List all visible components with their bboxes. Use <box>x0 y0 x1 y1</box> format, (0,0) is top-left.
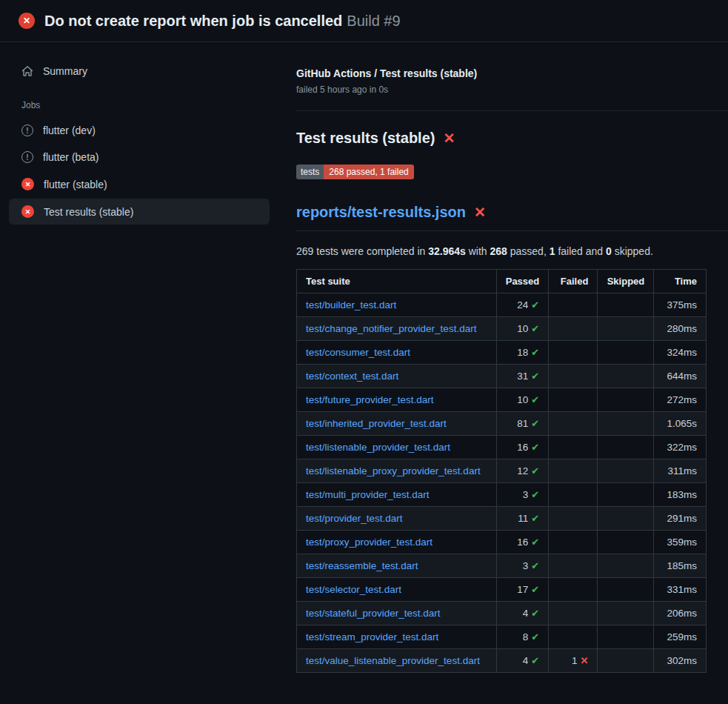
failed-x-icon: ✕ <box>474 204 486 221</box>
test-suite-link[interactable]: test/multi_provider_test.dart <box>306 489 430 500</box>
time-cell: 1.065s <box>654 412 707 436</box>
failed-x-circle-icon: ✕ <box>19 13 35 29</box>
section-heading: Test results (stable) ✕ <box>296 130 728 147</box>
tests-status-badge: tests 268 passed, 1 failed <box>296 165 414 179</box>
check-icon: ✔ <box>531 418 539 429</box>
time-cell: 375ms <box>654 293 707 317</box>
test-suite-link[interactable]: test/context_test.dart <box>306 371 398 382</box>
test-suite-link[interactable]: test/reassemble_test.dart <box>306 560 418 571</box>
test-suite-link[interactable]: test/value_listenable_provider_test.dart <box>306 655 480 666</box>
time-cell: 322ms <box>654 436 707 459</box>
report-heading: reports/test-results.json ✕ <box>296 204 728 231</box>
test-suite-link[interactable]: test/builder_test.dart <box>306 299 396 311</box>
sidebar-item-summary[interactable]: Summary <box>9 59 270 84</box>
check-icon: ✔ <box>531 560 539 571</box>
passed-cell: 4✔ <box>496 602 549 625</box>
summary-duration: 32.964s <box>428 245 466 257</box>
test-suite-link[interactable]: test/listenable_provider_test.dart <box>306 442 450 453</box>
test-suite-link[interactable]: test/stateful_provider_test.dart <box>306 608 441 619</box>
jobs-list: !flutter (dev)!flutter (beta)✕flutter (s… <box>9 118 270 225</box>
sidebar-job-item[interactable]: ✕flutter (stable) <box>9 171 270 197</box>
test-suite-cell: test/selector_test.dart <box>297 578 497 602</box>
check-icon: ✔ <box>531 608 539 619</box>
test-suite-cell: test/reassemble_test.dart <box>297 554 497 578</box>
table-row: test/listenable_proxy_provider_test.dart… <box>297 459 707 483</box>
failed-cell <box>549 459 598 483</box>
passed-count: 10 <box>517 323 528 334</box>
test-suite-link[interactable]: test/stream_provider_test.dart <box>306 631 438 642</box>
check-icon: ✔ <box>531 513 539 524</box>
main-content: GitHub Actions / Test results (stable) f… <box>278 42 728 673</box>
test-suite-link[interactable]: test/listenable_proxy_provider_test.dart <box>306 465 481 476</box>
check-icon: ✔ <box>531 299 539 311</box>
time-cell: 302ms <box>654 649 707 673</box>
test-suite-cell: test/stream_provider_test.dart <box>297 625 497 649</box>
skipped-cell <box>598 341 654 365</box>
test-suite-link[interactable]: test/future_provider_test.dart <box>306 394 434 405</box>
test-suite-cell: test/consumer_test.dart <box>297 341 497 365</box>
report-file-link[interactable]: reports/test-results.json <box>296 204 466 221</box>
check-icon: ✔ <box>531 631 539 642</box>
time-cell: 291ms <box>654 507 707 531</box>
check-icon: ✔ <box>531 584 539 595</box>
test-suite-link[interactable]: test/proxy_provider_test.dart <box>306 537 433 548</box>
test-suite-cell: test/inherited_provider_test.dart <box>297 412 497 436</box>
passed-count: 31 <box>517 371 528 382</box>
table-row: test/change_notifier_provider_test.dart1… <box>297 317 707 341</box>
time-cell: 324ms <box>654 341 707 365</box>
passed-cell: 3✔ <box>496 483 549 507</box>
sidebar-job-item[interactable]: !flutter (beta) <box>9 145 270 170</box>
sidebar-job-item[interactable]: !flutter (dev) <box>9 118 270 143</box>
skipped-cell <box>598 602 654 625</box>
sidebar: Summary Jobs !flutter (dev)!flutter (bet… <box>0 42 278 226</box>
sidebar-job-label: Test results (stable) <box>44 206 133 218</box>
test-suite-link[interactable]: test/consumer_test.dart <box>306 347 410 358</box>
passed-count: 3 <box>523 489 529 500</box>
test-suite-cell: test/future_provider_test.dart <box>297 388 497 412</box>
test-suite-link[interactable]: test/change_notifier_provider_test.dart <box>306 323 476 334</box>
passed-count: 8 <box>523 631 529 642</box>
sidebar-summary-label: Summary <box>43 65 87 77</box>
time-cell: 185ms <box>654 554 707 578</box>
time-cell: 644ms <box>654 365 707 388</box>
check-title: Do not create report when job is cancell… <box>44 13 342 29</box>
alert-circle-icon: ! <box>21 151 33 163</box>
column-header-failed: Failed <box>549 270 598 293</box>
failed-count: 1 <box>572 655 578 666</box>
table-row: test/inherited_provider_test.dart81✔1.06… <box>297 412 707 436</box>
failed-cell <box>549 531 598 554</box>
test-suite-cell: test/change_notifier_provider_test.dart <box>297 317 497 341</box>
failed-x-icon: ✕ <box>443 130 455 147</box>
home-icon <box>21 65 33 77</box>
badge-label: tests <box>296 165 324 179</box>
table-row: test/multi_provider_test.dart3✔183ms <box>297 483 707 507</box>
skipped-cell <box>598 459 654 483</box>
sidebar-job-item[interactable]: ✕Test results (stable) <box>9 199 270 225</box>
table-header-row: Test suite Passed Failed Skipped Time <box>297 270 707 293</box>
skipped-cell <box>598 388 654 412</box>
x-circle-icon: ✕ <box>21 205 34 218</box>
failed-cell <box>549 507 598 531</box>
passed-cell: 8✔ <box>496 625 549 649</box>
failed-cell <box>549 578 598 602</box>
time-cell: 259ms <box>654 625 707 649</box>
table-row: test/stream_provider_test.dart8✔259ms <box>297 625 707 649</box>
skipped-cell <box>598 293 654 317</box>
table-row: test/selector_test.dart17✔331ms <box>297 578 707 602</box>
check-icon: ✔ <box>531 537 539 548</box>
skipped-cell <box>598 317 654 341</box>
test-suite-cell: test/context_test.dart <box>297 365 497 388</box>
time-cell: 359ms <box>654 531 707 554</box>
failed-cell <box>549 483 598 507</box>
test-suite-link[interactable]: test/inherited_provider_test.dart <box>306 418 447 429</box>
passed-count: 16 <box>517 442 528 453</box>
skipped-cell <box>598 578 654 602</box>
test-suite-link[interactable]: test/selector_test.dart <box>306 584 401 595</box>
skipped-cell <box>598 365 654 388</box>
failed-cell <box>549 554 598 578</box>
failed-cell <box>549 293 598 317</box>
table-row: test/reassemble_test.dart3✔185ms <box>297 554 707 578</box>
skipped-cell <box>598 412 654 436</box>
page-title: Do not create report when job is cancell… <box>44 13 401 30</box>
test-suite-link[interactable]: test/provider_test.dart <box>306 513 403 524</box>
